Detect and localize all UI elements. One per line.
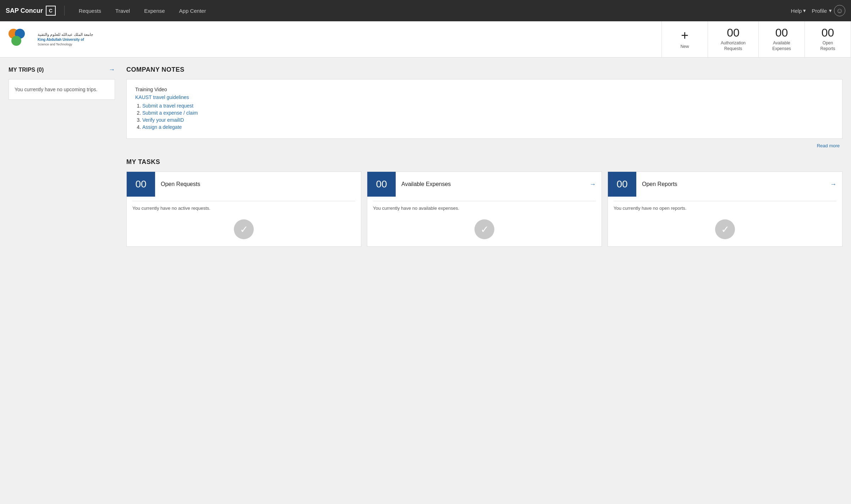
profile-chevron-icon xyxy=(829,7,832,14)
help-label: Help xyxy=(791,8,802,14)
tasks-title: MY TASKS xyxy=(126,158,842,166)
trips-title: MY TRIPS (0) → xyxy=(9,66,115,73)
logo-english-sub: Science and Technology xyxy=(38,42,93,47)
brand-name: SAP Concur xyxy=(6,7,43,15)
list-item: Assign a delegate xyxy=(142,124,834,130)
read-more-bar: Read more xyxy=(126,142,842,150)
verify-email-link[interactable]: Verify your emailID xyxy=(142,117,184,123)
top-navigation: SAP Concur C Requests Travel Expense App… xyxy=(0,0,851,21)
stat-reports-number: 00 xyxy=(822,27,834,38)
trips-arrow-link[interactable]: → xyxy=(109,66,115,73)
logo-text: جامعة الملك عبدالله للعلوم والتقنية King… xyxy=(38,32,93,47)
brand-logo: SAP Concur C xyxy=(6,6,65,16)
nav-travel[interactable]: Travel xyxy=(110,5,136,17)
nav-requests[interactable]: Requests xyxy=(73,5,107,17)
list-item: Submit a expense / claim xyxy=(142,110,834,116)
task-number-requests: 00 xyxy=(135,179,146,190)
task-card-open-reports: 00 Open Reports → You currently have no … xyxy=(608,171,842,247)
check-icon-expenses: ✓ xyxy=(474,219,494,239)
task-number-reports: 00 xyxy=(616,179,627,190)
stat-open-reports[interactable]: 00 OpenReports xyxy=(805,21,851,57)
stat-auth-number: 00 xyxy=(727,27,740,38)
submit-travel-link[interactable]: Submit a travel request xyxy=(142,103,193,109)
brand-box: C xyxy=(46,6,56,16)
list-item: Verify your emailID xyxy=(142,117,834,123)
read-more-button[interactable]: Read more xyxy=(814,142,842,150)
task-number-box-expenses: 00 xyxy=(367,172,396,197)
header-banner: جامعة الملك عبدالله للعلوم والتقنية King… xyxy=(0,21,851,57)
company-logo-area: جامعة الملك عبدالله للعلوم والتقنية King… xyxy=(0,21,661,57)
stat-avail-number: 00 xyxy=(775,27,788,38)
logo-english-name: King Abdullah University of xyxy=(38,37,93,42)
check-icon-reports: ✓ xyxy=(715,219,735,239)
nav-expense[interactable]: Expense xyxy=(138,5,170,17)
task-header-reports: 00 Open Reports → xyxy=(608,172,842,197)
notes-list: Submit a travel request Submit a expense… xyxy=(135,103,834,130)
task-divider-expenses xyxy=(373,201,596,201)
company-notes-box: Training Video KAUST travel guidelines S… xyxy=(126,79,842,139)
task-header-requests: 00 Open Requests xyxy=(127,172,361,197)
task-check-requests: ✓ xyxy=(127,217,361,241)
nav-right: Help Profile ☺ xyxy=(791,5,845,16)
task-empty-requests: You currently have no active requests. xyxy=(127,206,361,211)
task-divider-reports xyxy=(614,201,836,201)
stat-authorization[interactable]: 00 AuthorizationRequests xyxy=(708,21,759,57)
logo-arabic: جامعة الملك عبدالله للعلوم والتقنية xyxy=(38,32,93,37)
stat-new-label: New xyxy=(680,44,689,50)
avatar: ☺ xyxy=(834,5,845,16)
task-number-box-requests: 00 xyxy=(127,172,155,197)
task-divider-requests xyxy=(132,201,355,201)
task-label-requests: Open Requests xyxy=(161,181,200,187)
training-label: Training Video xyxy=(135,87,834,92)
list-item: Submit a travel request xyxy=(142,103,834,109)
stat-reports-label: OpenReports xyxy=(820,40,835,51)
task-check-expenses: ✓ xyxy=(367,217,602,241)
task-label-area-reports: Open Reports → xyxy=(636,181,842,188)
task-check-reports: ✓ xyxy=(608,217,842,241)
right-section: COMPANY NOTES Training Video KAUST trave… xyxy=(126,66,842,258)
trips-title-text: MY TRIPS (0) xyxy=(9,67,44,73)
profile-button[interactable]: Profile ☺ xyxy=(812,5,845,16)
help-chevron-icon xyxy=(803,7,806,14)
logo-circle-green xyxy=(11,36,21,46)
stat-auth-label: AuthorizationRequests xyxy=(721,40,746,51)
trips-empty-text: You currently have no upcoming trips. xyxy=(15,87,98,92)
task-card-available-expenses: 00 Available Expenses → You currently ha… xyxy=(367,171,602,247)
submit-expense-link[interactable]: Submit a expense / claim xyxy=(142,110,198,116)
task-label-area-expenses: Available Expenses → xyxy=(396,181,602,188)
task-arrow-reports[interactable]: → xyxy=(830,181,836,188)
task-label-reports: Open Reports xyxy=(642,181,677,187)
stat-new-icon: + xyxy=(681,29,688,42)
trips-section: MY TRIPS (0) → You currently have no upc… xyxy=(9,66,115,258)
task-label-area-requests: Open Requests xyxy=(155,181,361,187)
nav-links: Requests Travel Expense App Center xyxy=(73,5,791,17)
task-empty-reports: You currently have no open reports. xyxy=(608,206,842,211)
trips-empty-box: You currently have no upcoming trips. xyxy=(9,79,115,100)
assign-delegate-link[interactable]: Assign a delegate xyxy=(142,124,182,130)
main-content: MY TRIPS (0) → You currently have no upc… xyxy=(0,57,851,258)
task-card-open-requests: 00 Open Requests You currently have no a… xyxy=(126,171,361,247)
tasks-grid: 00 Open Requests You currently have no a… xyxy=(126,171,842,258)
stat-available-expenses[interactable]: 00 AvailableExpenses xyxy=(759,21,805,57)
help-button[interactable]: Help xyxy=(791,7,806,14)
task-header-expenses: 00 Available Expenses → xyxy=(367,172,602,197)
logo-circles xyxy=(9,29,33,50)
stat-avail-label: AvailableExpenses xyxy=(772,40,791,51)
task-arrow-expenses[interactable]: → xyxy=(589,181,596,188)
stats-bar: + New 00 AuthorizationRequests 00 Availa… xyxy=(661,21,851,57)
nav-app-center[interactable]: App Center xyxy=(174,5,212,17)
task-number-expenses: 00 xyxy=(376,179,387,190)
check-icon-requests: ✓ xyxy=(234,219,254,239)
stat-new[interactable]: + New xyxy=(662,21,708,57)
task-number-box-reports: 00 xyxy=(608,172,636,197)
task-label-expenses: Available Expenses xyxy=(401,181,451,187)
profile-label: Profile xyxy=(812,8,827,14)
task-empty-expenses: You currently have no available expenses… xyxy=(367,206,602,211)
company-notes-title: COMPANY NOTES xyxy=(126,66,842,73)
kaust-guidelines-link[interactable]: KAUST travel guidelines xyxy=(135,94,189,100)
